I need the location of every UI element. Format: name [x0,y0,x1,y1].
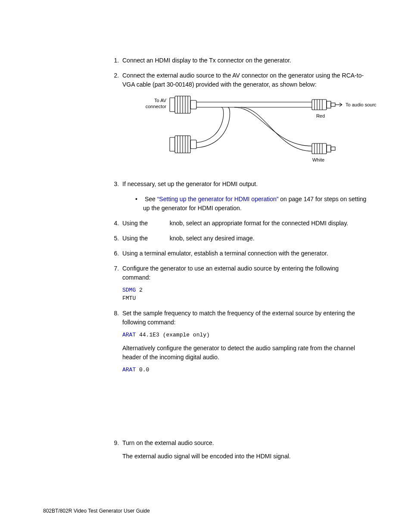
cmd-arat-1-arg: 44.1E3 (example only) [136,332,210,338]
code-block-sdmg: SDMG 2 FMTU [122,286,368,303]
step-1-text: Connect an HDMI display to the Tx connec… [122,57,291,64]
svg-rect-7 [190,100,196,109]
code-block-arat-1: ARAT 44.1E3 (example only) [122,331,368,339]
step-1: Connect an HDMI display to the Tx connec… [121,56,368,65]
cmd-fmtu: FMTU [122,295,136,302]
step-6-text: Using a terminal emulator, establish a t… [122,250,328,257]
step-6: Using a terminal emulator, establish a t… [121,249,368,258]
step-4-pre: Using the [122,220,149,227]
svg-rect-15 [190,140,196,149]
svg-rect-21 [327,101,331,108]
cable-diagram: To AV connector [135,94,368,170]
step-8: Set the sample frequency to match the fr… [121,309,368,374]
step-8-para: Alternatively configure the generator to… [122,344,368,362]
step-5-post: knob, select any desired image. [168,235,255,242]
cmd-arat-2: ARAT [122,367,136,373]
diagram-label-red: Red [316,113,325,118]
cmd-arat-2-arg: 0.0 [136,367,149,373]
cmd-arat-1: ARAT [122,332,136,338]
code-block-arat-2: ARAT 0.0 [122,366,368,374]
rca-plug-white [312,143,335,154]
step-3-sub: See “Setting up the generator for HDMI o… [135,195,368,213]
page-footer: 802BT/802R Video Test Generator User Gui… [43,508,150,514]
cable-diagram-svg: To AV connector [135,94,377,168]
step-9: Turn on the external audio source. The e… [121,439,368,461]
step-4: Using the knob, select an appropriate fo… [121,219,368,228]
step-5: Using the knob, select any desired image… [121,234,368,243]
rca-plug-red [312,100,342,110]
svg-rect-16 [312,100,327,110]
step-9-text: Turn on the external audio source. [122,439,214,446]
svg-rect-29 [327,145,331,152]
step-7-text: Configure the generator to use an extern… [122,265,339,281]
svg-rect-22 [331,103,335,106]
svg-rect-8 [170,137,175,151]
cmd-sdmg: SDMG [122,287,136,293]
diagram-label-to-av: To AV [154,98,167,103]
step-3-sub-pre: See [145,196,157,202]
svg-rect-30 [331,147,335,150]
step-3: If necessary, set up the generator for H… [121,180,368,213]
step-8-text: Set the sample frequency to match the fr… [122,310,355,326]
step-9-para: The external audio signal will be encode… [122,452,368,461]
diagram-label-connector: connector [146,104,167,109]
vga-connector-top [170,96,196,113]
step-7: Configure the generator to use an extern… [121,264,368,303]
svg-rect-0 [170,98,175,112]
diagram-label-white: White [312,157,324,162]
svg-rect-24 [312,143,327,154]
step-4-post: knob, select an appropriate format for t… [168,220,348,227]
step-5-pre: Using the [122,235,149,242]
procedure-list: Connect an HDMI display to the Tx connec… [43,56,368,461]
step-2: Connect the external audio source to the… [121,71,368,170]
diagram-label-to-audio: To audio source [346,102,377,107]
cmd-sdmg-arg: 2 [136,287,143,293]
step-3-text: If necessary, set up the generator for H… [122,180,258,187]
hdmi-setup-link[interactable]: “Setting up the generator for HDMI opera… [157,196,279,202]
vga-connector-bottom [170,136,196,153]
step-2-text: Connect the external audio source to the… [122,72,364,88]
